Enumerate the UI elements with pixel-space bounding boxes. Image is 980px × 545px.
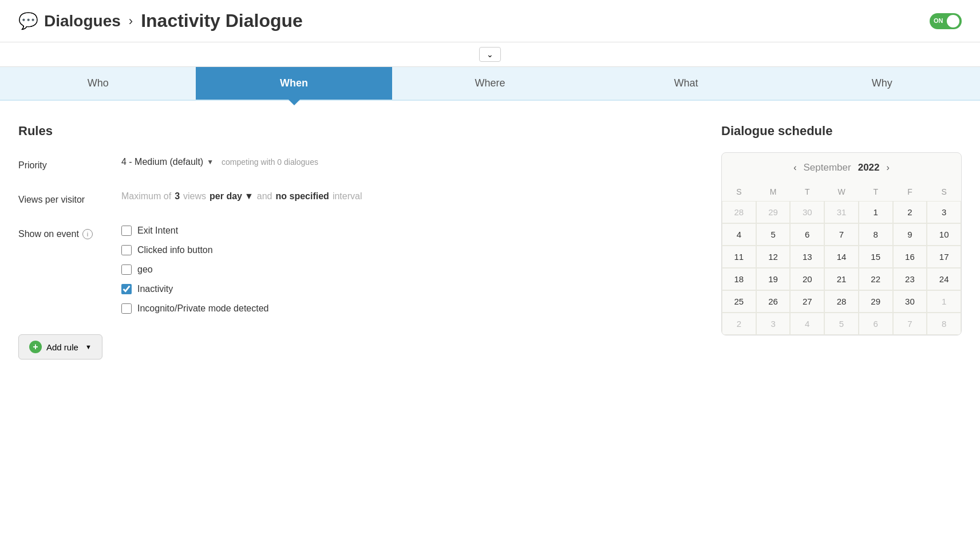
calendar-cell[interactable]: 7: [893, 313, 927, 335]
priority-label: Priority: [18, 157, 121, 171]
calendar-cell[interactable]: 4: [722, 223, 756, 246]
breadcrumb-chevron: ›: [129, 14, 133, 29]
priority-content: 4 - Medium (default) ▼ competing with 0 …: [121, 157, 318, 167]
calendar-cell[interactable]: 10: [927, 223, 961, 246]
show-event-text: Show on event: [18, 229, 79, 239]
checkbox-input-clicked-info[interactable]: [121, 245, 132, 255]
calendar-cell[interactable]: 16: [893, 246, 927, 268]
calendar-cell[interactable]: 5: [756, 223, 791, 246]
prev-month-button[interactable]: ‹: [793, 163, 796, 173]
calendar-cell[interactable]: 20: [790, 268, 824, 290]
calendar-cell[interactable]: 4: [790, 313, 824, 335]
tab-why[interactable]: Why: [784, 67, 980, 100]
checkbox-label-geo: geo: [137, 264, 153, 275]
header: 💬 Dialogues › Inactivity Dialogue ON: [0, 0, 980, 42]
calendar-cell[interactable]: 3: [756, 313, 791, 335]
tab-bar: WhoWhenWhereWhatWhy: [0, 67, 980, 101]
calendar-cell[interactable]: 1: [927, 290, 961, 313]
views-suffix: interval: [333, 191, 362, 202]
tab-when[interactable]: When: [196, 67, 392, 100]
active-toggle[interactable]: ON: [930, 13, 962, 29]
checkbox-geo[interactable]: geo: [121, 264, 268, 275]
tab-where[interactable]: Where: [392, 67, 588, 100]
info-icon[interactable]: i: [82, 229, 93, 239]
calendar-cell[interactable]: 31: [824, 201, 859, 223]
calendar-day-header: T: [859, 183, 893, 201]
dialogues-link[interactable]: Dialogues: [44, 12, 121, 30]
checkbox-incognito[interactable]: Incognito/Private mode detected: [121, 303, 268, 314]
calendar-cell[interactable]: 30: [790, 201, 824, 223]
add-rule-label: Add rule: [46, 342, 78, 352]
calendar-cell[interactable]: 12: [756, 246, 791, 268]
calendar-cell[interactable]: 9: [893, 223, 927, 246]
calendar-cell[interactable]: 19: [756, 268, 791, 290]
event-checkboxes: Exit IntentClicked info buttongeoInactiv…: [121, 226, 268, 314]
calendar-cell[interactable]: 2: [722, 313, 756, 335]
tab-what[interactable]: What: [588, 67, 784, 100]
calendar-day-header: W: [824, 183, 859, 201]
calendar-cell[interactable]: 15: [859, 246, 893, 268]
calendar-cell[interactable]: 7: [824, 223, 859, 246]
views-specified: no specified: [276, 191, 329, 202]
checkbox-input-geo[interactable]: [121, 264, 132, 275]
calendar-header: ‹ September 2022 ›: [722, 153, 961, 183]
calendar-cell[interactable]: 28: [824, 290, 859, 313]
add-rule-icon: +: [29, 341, 42, 353]
calendar-year: 2022: [858, 162, 880, 173]
calendar: ‹ September 2022 › SMTWTFS28293031123456…: [721, 152, 962, 335]
checkbox-inactivity[interactable]: Inactivity: [121, 284, 268, 294]
checkbox-exit-intent[interactable]: Exit Intent: [121, 226, 268, 236]
calendar-cell[interactable]: 5: [824, 313, 859, 335]
calendar-cell[interactable]: 28: [722, 201, 756, 223]
views-prefix: Maximum of: [121, 191, 171, 202]
add-rule-section: + Add rule ▼: [18, 334, 687, 360]
add-rule-button[interactable]: + Add rule ▼: [18, 334, 102, 360]
calendar-day-header: S: [722, 183, 756, 201]
views-unit: views: [183, 191, 206, 202]
calendar-cell[interactable]: 21: [824, 268, 859, 290]
checkbox-input-inactivity[interactable]: [121, 284, 132, 294]
add-rule-arrow: ▼: [85, 343, 92, 350]
views-period-value: per day: [210, 191, 242, 202]
calendar-cell[interactable]: 2: [893, 201, 927, 223]
priority-dropdown[interactable]: 4 - Medium (default) ▼: [121, 157, 214, 167]
calendar-cell[interactable]: 30: [893, 290, 927, 313]
checkbox-clicked-info[interactable]: Clicked info button: [121, 245, 268, 255]
calendar-cell[interactable]: 22: [859, 268, 893, 290]
calendar-cell[interactable]: 6: [790, 223, 824, 246]
collapse-button[interactable]: ⌄: [479, 47, 501, 62]
checkbox-input-exit-intent[interactable]: [121, 226, 132, 236]
calendar-cell[interactable]: 23: [893, 268, 927, 290]
views-conjunction: and: [257, 191, 272, 202]
checkbox-input-incognito[interactable]: [121, 303, 132, 314]
calendar-cell[interactable]: 13: [790, 246, 824, 268]
calendar-cell[interactable]: 11: [722, 246, 756, 268]
calendar-cell[interactable]: 1: [859, 201, 893, 223]
next-month-button[interactable]: ›: [887, 163, 890, 173]
calendar-cell[interactable]: 25: [722, 290, 756, 313]
main-content: Rules Priority 4 - Medium (default) ▼ co…: [0, 101, 980, 382]
priority-row: Priority 4 - Medium (default) ▼ competin…: [18, 157, 687, 171]
calendar-day-header: F: [893, 183, 927, 201]
calendar-cell[interactable]: 3: [927, 201, 961, 223]
calendar-cell[interactable]: 17: [927, 246, 961, 268]
calendar-cell[interactable]: 8: [859, 223, 893, 246]
calendar-cell[interactable]: 29: [756, 201, 791, 223]
calendar-cell[interactable]: 6: [859, 313, 893, 335]
views-number: 3: [175, 191, 180, 202]
checkbox-label-clicked-info: Clicked info button: [137, 245, 213, 255]
checkbox-label-incognito: Incognito/Private mode detected: [137, 303, 268, 314]
calendar-cell[interactable]: 29: [859, 290, 893, 313]
tab-who[interactable]: Who: [0, 67, 196, 100]
calendar-section: Dialogue schedule ‹ September 2022 › SMT…: [721, 124, 962, 360]
calendar-cell[interactable]: 26: [756, 290, 791, 313]
views-period-dropdown[interactable]: per day ▼: [210, 191, 254, 202]
calendar-cell[interactable]: 14: [824, 246, 859, 268]
calendar-cell[interactable]: 27: [790, 290, 824, 313]
calendar-cell[interactable]: 8: [927, 313, 961, 335]
rules-section: Rules Priority 4 - Medium (default) ▼ co…: [18, 124, 687, 360]
calendar-cell[interactable]: 24: [927, 268, 961, 290]
calendar-cell[interactable]: 18: [722, 268, 756, 290]
checkbox-label-inactivity: Inactivity: [137, 284, 173, 294]
show-event-label: Show on event i: [18, 226, 121, 239]
